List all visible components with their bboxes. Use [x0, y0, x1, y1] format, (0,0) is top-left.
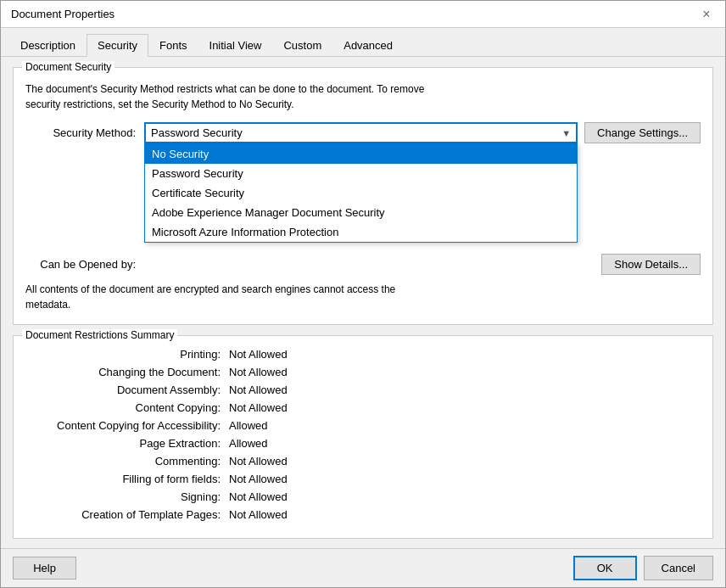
cancel-button[interactable]: Cancel [644, 556, 713, 580]
tab-bar: Description Security Fonts Initial View … [1, 28, 725, 57]
restriction-row: Creation of Template Pages:Not Allowed [25, 508, 701, 521]
restrictions-summary-group: Document Restrictions Summary Printing:N… [13, 335, 713, 539]
restriction-label: Filling of form fields: [25, 473, 229, 485]
ok-button[interactable]: OK [573, 556, 637, 580]
tab-custom[interactable]: Custom [272, 34, 332, 57]
tab-description[interactable]: Description [9, 34, 87, 57]
dialog-title: Document Properties [11, 8, 114, 20]
restriction-value: Not Allowed [229, 455, 288, 468]
restriction-value: Not Allowed [229, 348, 288, 361]
restriction-value: Not Allowed [229, 473, 288, 485]
restriction-label: Commenting: [25, 455, 229, 468]
restriction-value: Not Allowed [229, 401, 288, 414]
dialog-body: Document Security The document's Securit… [1, 57, 725, 548]
tab-initial-view[interactable]: Initial View [198, 34, 273, 57]
restriction-row: Content Copying for Accessibility:Allowe… [25, 419, 701, 432]
restriction-row: Page Extraction:Allowed [25, 437, 701, 450]
security-method-row: Security Method: Password Security ▼ No … [25, 122, 701, 143]
restriction-value: Not Allowed [229, 508, 288, 521]
dropdown-option-microsoft-azure[interactable]: Microsoft Azure Information Protection [145, 222, 577, 242]
restrictions-summary-title: Document Restrictions Summary [22, 329, 177, 341]
restriction-value: Not Allowed [229, 366, 288, 378]
security-method-dropdown: No Security Password Security Certificat… [144, 143, 578, 243]
help-button[interactable]: Help [13, 557, 76, 580]
document-security-content: The document's Security Method restricts… [25, 81, 701, 312]
restriction-label: Printing: [25, 348, 229, 361]
security-method-label: Security Method: [25, 126, 144, 139]
dropdown-option-adobe-experience[interactable]: Adobe Experience Manager Document Securi… [145, 203, 577, 222]
title-bar: Document Properties × [1, 1, 725, 28]
restriction-value: Allowed [229, 437, 268, 450]
can-be-opened-label: Can be Opened by: [25, 258, 144, 271]
can-be-opened-row: Can be Opened by: Show Details... [25, 254, 701, 275]
security-method-select-container: Password Security ▼ No Security Password… [144, 122, 578, 143]
restriction-label: Content Copying: [25, 401, 229, 414]
restriction-row: Content Copying:Not Allowed [25, 401, 701, 414]
all-contents-text: All contents of the document are encrypt… [25, 282, 701, 312]
restriction-label: Creation of Template Pages: [25, 508, 229, 521]
bottom-bar: Help OK Cancel [1, 548, 725, 587]
restriction-row: Changing the Document:Not Allowed [25, 366, 701, 378]
restrictions-content: Printing:Not AllowedChanging the Documen… [25, 348, 701, 521]
restriction-value: Not Allowed [229, 490, 288, 503]
restriction-label: Content Copying for Accessibility: [25, 419, 229, 432]
tab-advanced[interactable]: Advanced [332, 34, 404, 57]
security-method-value: Password Security [151, 126, 243, 139]
restriction-row: Commenting:Not Allowed [25, 455, 701, 468]
restriction-row: Document Assembly:Not Allowed [25, 384, 701, 396]
show-details-button[interactable]: Show Details... [601, 254, 701, 275]
dropdown-arrow-icon: ▼ [561, 128, 571, 138]
all-contents-section: All contents of the document are encrypt… [25, 282, 701, 312]
restriction-row: Filling of form fields:Not Allowed [25, 473, 701, 485]
dropdown-option-password-security[interactable]: Password Security [145, 164, 577, 183]
restriction-row: Signing:Not Allowed [25, 490, 701, 503]
bottom-right-actions: OK Cancel [573, 556, 713, 580]
restriction-label: Document Assembly: [25, 384, 229, 396]
document-properties-dialog: Document Properties × Description Securi… [0, 0, 726, 588]
dropdown-option-no-security[interactable]: No Security [145, 144, 577, 164]
restriction-value: Allowed [229, 419, 268, 432]
close-button[interactable]: × [698, 6, 715, 23]
dropdown-option-certificate-security[interactable]: Certificate Security [145, 183, 577, 203]
security-description: The document's Security Method restricts… [25, 81, 701, 112]
restriction-label: Signing: [25, 490, 229, 503]
tab-fonts[interactable]: Fonts [148, 34, 198, 57]
restriction-label: Changing the Document: [25, 366, 229, 378]
document-security-title: Document Security [22, 61, 114, 73]
restriction-row: Printing:Not Allowed [25, 348, 701, 361]
change-settings-button[interactable]: Change Settings... [584, 122, 701, 143]
restriction-value: Not Allowed [229, 384, 288, 396]
tab-security[interactable]: Security [87, 34, 148, 57]
security-method-select[interactable]: Password Security ▼ [144, 122, 578, 143]
restriction-label: Page Extraction: [25, 437, 229, 450]
bottom-left-actions: Help [13, 557, 76, 580]
document-security-group: Document Security The document's Securit… [13, 67, 713, 325]
